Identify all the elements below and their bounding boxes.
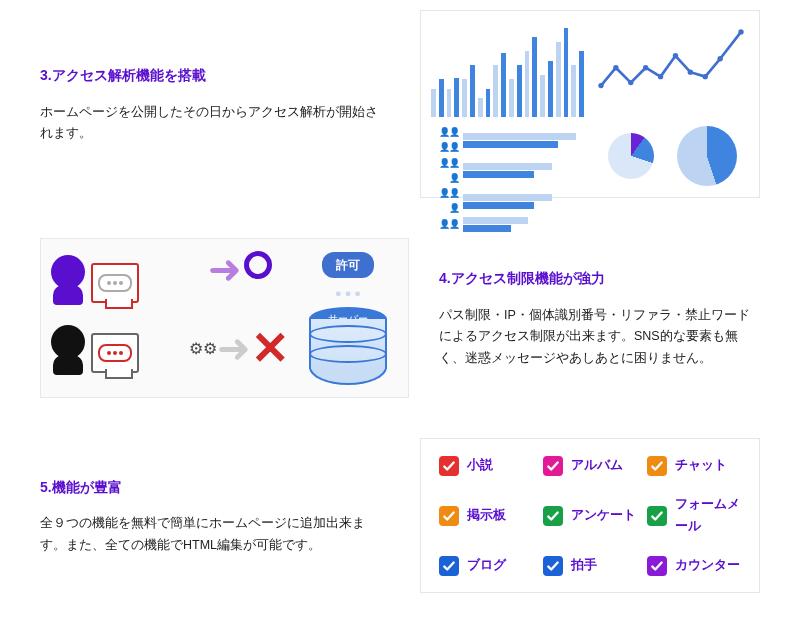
feature-item: アンケート: [543, 494, 637, 537]
bar-chart: [427, 17, 588, 117]
check-icon: [647, 556, 667, 576]
section-5-title: 5.機能が豊富: [40, 476, 390, 500]
check-icon: [439, 456, 459, 476]
feature-label: 拍手: [571, 555, 597, 576]
hbar-chart: 👤👤👤👤 👤👤👤 👤👤👤 👤👤: [427, 121, 588, 191]
svg-point-3: [643, 65, 648, 70]
svg-point-7: [703, 74, 708, 79]
feature-label: チャット: [675, 455, 727, 476]
svg-point-1: [613, 65, 618, 70]
line-chart: [592, 17, 753, 117]
allow-icon: [244, 251, 272, 279]
feature-label: アルバム: [571, 455, 623, 476]
section-5-desc: 全９つの機能を無料で簡単にホームページに追加出来ます。また、全ての機能でHTML…: [40, 513, 390, 556]
svg-point-2: [628, 80, 633, 85]
check-icon: [647, 456, 667, 476]
feature-item: 掲示板: [439, 494, 533, 537]
deny-icon: ✕: [251, 309, 290, 387]
section-3-desc: ホームページを公開したその日からアクセス解析が開始されます。: [40, 102, 390, 145]
section-4-title: 4.アクセス制限機能が強力: [439, 267, 760, 291]
pie-large: [677, 126, 737, 186]
feature-item: フォームメール: [647, 494, 741, 537]
check-icon: [543, 506, 563, 526]
feature-label: アンケート: [571, 505, 636, 526]
feature-item: ブログ: [439, 555, 533, 576]
check-icon: [543, 556, 563, 576]
blocked-user-icon: [51, 325, 85, 359]
feature-item: 拍手: [543, 555, 637, 576]
server-icon: サーバー: [309, 307, 387, 385]
feature-label: カウンター: [675, 555, 740, 576]
svg-point-6: [688, 69, 693, 74]
arrow-icon: ➜: [208, 249, 242, 289]
feature-label: ブログ: [467, 555, 506, 576]
arrow-icon: ➜: [217, 328, 251, 368]
check-icon: [647, 506, 667, 526]
feature-item: チャット: [647, 455, 741, 476]
section-3-title: 3.アクセス解析機能を搭載: [40, 64, 390, 88]
pie-charts: [592, 121, 753, 191]
access-control-graphic: ➜ ⚙⚙ ➜ ✕ 許可 ● ● ● サーバー: [40, 238, 409, 398]
check-icon: [543, 456, 563, 476]
permit-badge: 許可: [322, 252, 374, 278]
svg-point-5: [673, 53, 678, 58]
section-4-desc: パス制限・IP・個体識別番号・リファラ・禁止ワードによるアクセス制限が出来ます。…: [439, 305, 760, 369]
gear-icon: ⚙⚙: [189, 335, 217, 362]
feature-label: 小説: [467, 455, 493, 476]
svg-point-8: [717, 56, 722, 61]
feature-label: 掲示板: [467, 505, 506, 526]
user-icon: [51, 255, 85, 289]
features-grid: 小説アルバムチャット掲示板アンケートフォームメールブログ拍手カウンター: [420, 438, 760, 593]
monitor-icon: [91, 333, 139, 373]
feature-item: 小説: [439, 455, 533, 476]
feature-label: フォームメール: [675, 494, 741, 537]
svg-point-4: [658, 74, 663, 79]
svg-point-0: [598, 83, 603, 88]
check-icon: [439, 556, 459, 576]
feature-item: カウンター: [647, 555, 741, 576]
monitor-icon: [91, 263, 139, 303]
analytics-graphic: 👤👤👤👤 👤👤👤 👤👤👤 👤👤: [420, 10, 760, 198]
svg-point-9: [738, 29, 743, 34]
pie-small: [608, 133, 654, 179]
feature-item: アルバム: [543, 455, 637, 476]
check-icon: [439, 506, 459, 526]
